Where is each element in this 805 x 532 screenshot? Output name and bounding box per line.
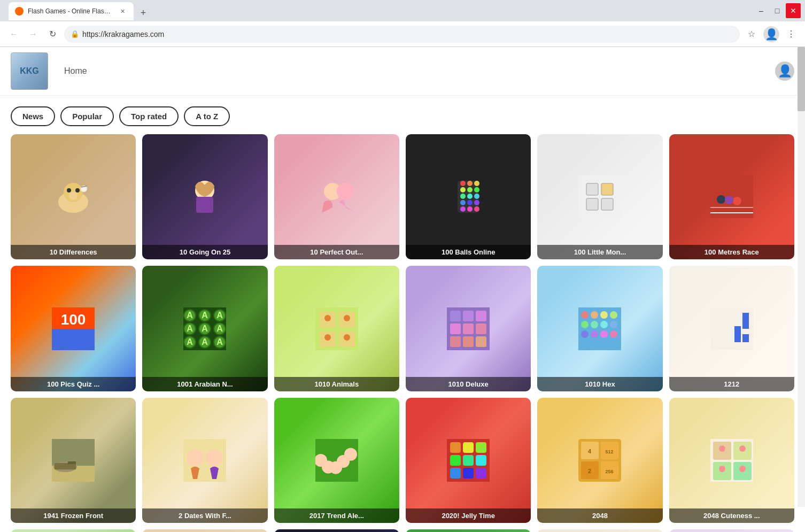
game-thumbnail xyxy=(406,266,531,391)
svg-point-132 xyxy=(719,445,725,452)
filter-popular-button[interactable]: Popular xyxy=(60,106,114,126)
game-thumbnail xyxy=(669,134,794,259)
svg-text:A: A xyxy=(202,324,208,333)
svg-point-2 xyxy=(67,188,71,192)
url-bar[interactable]: 🔒 https://krakragames.com xyxy=(64,26,740,43)
game-label: 1941 Frozen Front xyxy=(11,508,136,523)
home-link[interactable]: Home xyxy=(64,66,87,76)
svg-point-138 xyxy=(739,466,746,472)
game-card[interactable]: 2048 Grow Up xyxy=(142,529,267,532)
svg-rect-74 xyxy=(450,323,461,334)
minimize-button[interactable]: – xyxy=(754,3,769,18)
svg-rect-79 xyxy=(476,336,486,347)
page-content: KKG Home 👤 News Popular Top rated A to Z… xyxy=(0,47,805,532)
game-card[interactable]: 10 Perfect Out... xyxy=(274,134,399,259)
svg-point-17 xyxy=(467,187,473,192)
filter-toprated-button[interactable]: Top rated xyxy=(119,106,179,126)
svg-point-91 xyxy=(600,330,608,338)
game-thumbnail: AAAAAAAAA xyxy=(142,266,267,391)
svg-rect-117 xyxy=(476,455,486,466)
svg-rect-101 xyxy=(68,461,76,464)
tab-favicon xyxy=(15,7,24,16)
game-thumbnail xyxy=(142,398,267,523)
maximize-button[interactable]: □ xyxy=(770,3,785,18)
game-card[interactable]: 1010 Deluxe xyxy=(406,266,531,391)
svg-point-38 xyxy=(725,196,733,204)
game-label: 1010 Animals xyxy=(274,377,399,391)
svg-rect-72 xyxy=(463,311,474,321)
svg-rect-73 xyxy=(476,311,486,321)
game-card[interactable]: 1010 Animals xyxy=(274,266,399,391)
back-button[interactable]: ← xyxy=(6,27,21,42)
svg-point-83 xyxy=(600,311,608,319)
game-label: 2017 Trend Ale... xyxy=(274,508,399,523)
logo-text: KKG xyxy=(20,66,39,76)
svg-text:512: 512 xyxy=(606,449,614,454)
games-grid: 10 Differences10 Going On 2510 Perfect O… xyxy=(0,134,805,532)
scrollbar[interactable] xyxy=(798,47,805,507)
game-card[interactable]: 2 Dates With F... xyxy=(142,398,267,523)
svg-point-36 xyxy=(717,195,725,204)
new-tab-button[interactable]: + xyxy=(136,5,151,20)
svg-point-20 xyxy=(467,194,473,199)
game-thumbnail xyxy=(537,266,662,391)
game-card[interactable]: 451222562048 xyxy=(537,398,662,523)
game-card[interactable]: 360 Degree xyxy=(669,529,794,532)
game-card[interactable]: 2048 Cuteness ... xyxy=(669,398,794,523)
browser-chrome: Flash Games - Online Flash Gam... ✕ + – … xyxy=(0,0,805,47)
game-card[interactable]: 100100 Pics Quiz ... xyxy=(11,266,136,391)
refresh-button[interactable]: ↻ xyxy=(45,27,60,42)
game-card[interactable]: 1010 Hex xyxy=(537,266,662,391)
game-card[interactable]: 2020! Jelly Time xyxy=(406,398,531,523)
game-thumbnail xyxy=(274,398,399,523)
svg-point-85 xyxy=(581,321,589,328)
forward-button[interactable]: → xyxy=(26,27,41,42)
game-label: 100 Pics Quiz ... xyxy=(11,377,136,391)
bookmark-button[interactable]: ☆ xyxy=(744,27,759,42)
filter-bar: News Popular Top rated A to Z xyxy=(0,96,805,134)
menu-button[interactable]: ⋮ xyxy=(784,27,799,42)
filter-news-button[interactable]: News xyxy=(11,106,55,126)
svg-text:A: A xyxy=(217,324,223,333)
game-card[interactable]: 3 Pandas xyxy=(406,529,531,532)
game-card[interactable]: 10 Differences xyxy=(11,134,136,259)
game-label: 2 Dates With F... xyxy=(142,508,267,523)
active-tab[interactable]: Flash Games - Online Flash Gam... ✕ xyxy=(9,2,134,20)
game-thumbnail xyxy=(669,529,794,532)
svg-point-65 xyxy=(344,315,350,321)
game-card[interactable]: 10 Going On 25 xyxy=(142,134,267,259)
tab-close-button[interactable]: ✕ xyxy=(118,6,127,16)
game-card[interactable]: 42816142842048 G8 xyxy=(11,529,136,532)
svg-rect-95 xyxy=(742,334,749,342)
svg-point-23 xyxy=(467,200,473,205)
game-card[interactable]: AAAAAAAAA1001 Arabian N... xyxy=(142,266,267,391)
game-card[interactable]: 100 Little Mon... xyxy=(537,134,662,259)
filter-atoz-button[interactable]: A to Z xyxy=(184,106,230,126)
profile-button[interactable]: 👤 xyxy=(763,26,779,42)
title-bar: Flash Games - Online Flash Gam... ✕ + – … xyxy=(0,0,805,21)
close-button[interactable]: ✕ xyxy=(786,3,801,18)
game-label: 100 Metres Race xyxy=(669,245,794,259)
game-card[interactable]: 1941 Frozen Front xyxy=(11,398,136,523)
game-thumbnail: 45122256 xyxy=(537,398,662,523)
game-label: 1212 xyxy=(669,377,794,391)
svg-rect-9 xyxy=(196,197,213,213)
scrollbar-thumb[interactable] xyxy=(798,47,805,111)
svg-text:2: 2 xyxy=(588,468,591,474)
game-card[interactable]: 100 Metres Race xyxy=(669,134,794,259)
game-thumbnail xyxy=(11,398,136,523)
game-card[interactable]: 1212 xyxy=(669,266,794,391)
user-avatar[interactable]: 👤 xyxy=(775,61,794,81)
game-card[interactable]: 22 Seconds Online xyxy=(274,529,399,532)
game-card[interactable]: 3 Pyramid Trip... xyxy=(537,529,662,532)
game-thumbnail xyxy=(11,134,136,259)
game-card[interactable]: 2017 Trend Ale... xyxy=(274,398,399,523)
svg-point-90 xyxy=(591,330,598,338)
game-card[interactable]: 100 Balls Online xyxy=(406,134,531,259)
game-thumbnail xyxy=(142,134,267,259)
site-logo[interactable]: KKG xyxy=(11,52,48,90)
svg-point-136 xyxy=(719,466,725,472)
address-bar: ← → ↻ 🔒 https://krakragames.com ☆ 👤 ⋮ xyxy=(0,21,805,47)
game-label: 10 Differences xyxy=(11,245,136,259)
svg-rect-113 xyxy=(463,442,474,453)
